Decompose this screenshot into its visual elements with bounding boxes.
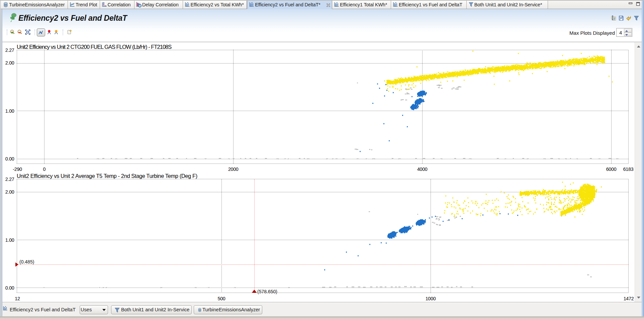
svg-text:1472: 1472 xyxy=(624,296,634,301)
svg-text:12: 12 xyxy=(15,296,20,301)
svg-text:2.27: 2.27 xyxy=(5,47,14,53)
svg-text:6183: 6183 xyxy=(623,167,634,172)
svg-text:1.00: 1.00 xyxy=(5,108,14,114)
svg-text:4000: 4000 xyxy=(417,167,428,172)
svg-text:1.00: 1.00 xyxy=(5,237,14,243)
svg-text:2.27: 2.27 xyxy=(5,177,14,182)
svg-text:2.00: 2.00 xyxy=(5,60,14,66)
svg-text:0.00: 0.00 xyxy=(5,156,14,162)
svg-text:0: 0 xyxy=(43,167,45,172)
svg-text:Unit2 Efficiency vs Unit 2 Ave: Unit2 Efficiency vs Unit 2 Average T5 Te… xyxy=(17,173,197,179)
svg-text:2000: 2000 xyxy=(228,167,239,172)
svg-text:0.00: 0.00 xyxy=(5,285,14,291)
svg-text:2.00: 2.00 xyxy=(5,189,14,195)
svg-text:500: 500 xyxy=(218,296,225,301)
svg-text:-290: -290 xyxy=(13,167,22,172)
svg-text:6000: 6000 xyxy=(606,167,617,172)
svg-text:(578.650): (578.650) xyxy=(257,289,277,294)
svg-text:(0.485): (0.485) xyxy=(19,259,34,264)
svg-text:Unit2 Efficiency vs Unit 2 CTG: Unit2 Efficiency vs Unit 2 CTG200 FUEL G… xyxy=(17,44,172,50)
svg-text:1000: 1000 xyxy=(426,296,436,301)
